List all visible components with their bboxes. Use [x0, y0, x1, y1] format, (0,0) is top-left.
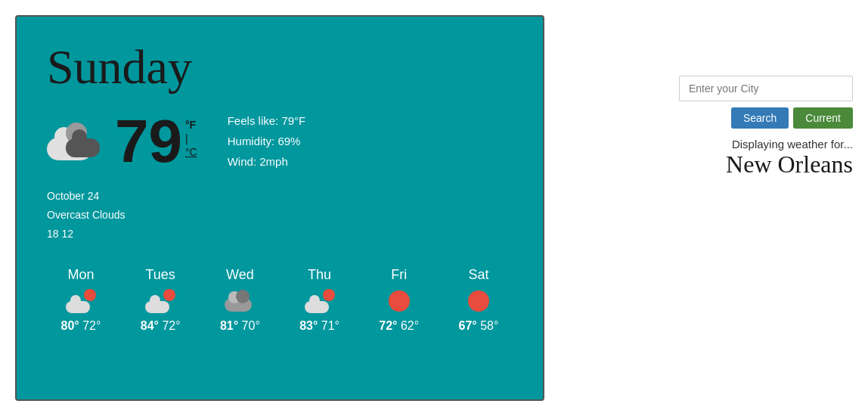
forecast-low-mon: 72° — [82, 319, 101, 332]
main-weather-section: 79 °F | °C Feels like: 79°F Humidity: 69… — [47, 110, 513, 172]
weather-card: Sunday 79 °F | °C Feels like: 79°F Humid… — [15, 15, 544, 401]
forecast-low-tues: 72° — [162, 319, 180, 332]
forecast-high-thu: 83° — [299, 319, 318, 332]
forecast-icon-mon — [66, 289, 96, 313]
forecast-icon-sat — [463, 289, 494, 313]
forecast-icon-fri — [384, 289, 414, 313]
city-input[interactable] — [679, 76, 853, 101]
forecast-temps-fri: 72° 62° — [379, 319, 419, 333]
unit-celsius[interactable]: °C — [185, 146, 197, 158]
button-row: Search Current — [679, 107, 853, 129]
forecast-mon: Mon 80° 72° — [47, 267, 115, 333]
forecast-low-fri: 62° — [401, 319, 419, 332]
humidity: Humidity: 69% — [228, 131, 306, 151]
forecast-thu: Thu 83° 71° — [286, 267, 354, 333]
forecast-sat: Sat 67° 58° — [445, 267, 513, 333]
forecast-temps-mon: 80° 72° — [61, 319, 101, 333]
forecast-high-wed: 81° — [220, 319, 238, 332]
weather-details: Feels like: 79°F Humidity: 69% Wind: 2mp… — [228, 110, 306, 172]
forecast-low-thu: 71° — [321, 319, 339, 332]
current-button[interactable]: Current — [793, 107, 853, 129]
forecast-row: Mon 80° 72° Tues 84° 72° Wed — [47, 267, 513, 333]
forecast-icon-tues — [145, 289, 175, 313]
forecast-temps-wed: 81° 70° — [220, 319, 260, 333]
forecast-day-label-tues: Tues — [146, 267, 175, 283]
right-panel: Search Current Displaying weather for...… — [560, 15, 853, 179]
forecast-wed: Wed 81° 70° — [206, 267, 274, 333]
wind: Wind: 2mph — [228, 151, 306, 172]
forecast-temps-thu: 83° 71° — [299, 319, 339, 333]
forecast-high-sat: 67° — [459, 319, 477, 332]
displaying-text: Displaying weather for... — [732, 138, 853, 151]
forecast-high-mon: 80° — [61, 319, 79, 332]
forecast-low-sat: 58° — [480, 319, 498, 332]
forecast-low-wed: 70° — [242, 319, 260, 332]
unit-fahrenheit[interactable]: °F — [185, 119, 197, 131]
search-button[interactable]: Search — [731, 107, 789, 129]
feels-like: Feels like: 79°F — [228, 110, 306, 131]
forecast-fri: Fri 72° 62° — [365, 267, 433, 333]
city-name: New Orleans — [726, 151, 853, 179]
forecast-icon-thu — [305, 289, 335, 313]
forecast-tues: Tues 84° 72° — [126, 267, 194, 333]
day-title: Sunday — [47, 39, 513, 95]
weather-meta: October 24 Overcast Clouds 18 12 — [47, 187, 513, 244]
weather-date: October 24 — [47, 187, 513, 206]
forecast-high-fri: 72° — [379, 319, 397, 332]
forecast-icon-wed — [225, 289, 255, 313]
forecast-day-label-sat: Sat — [468, 267, 488, 283]
temperature-value: 79 — [115, 111, 182, 172]
forecast-day-label-thu: Thu — [308, 267, 331, 283]
forecast-temps-tues: 84° 72° — [141, 319, 181, 333]
temperature-display: 79 °F | °C — [115, 111, 197, 172]
forecast-day-label-mon: Mon — [67, 267, 94, 283]
unit-divider: | — [185, 132, 197, 144]
weather-condition: Overcast Clouds — [47, 206, 513, 225]
forecast-temps-sat: 67° 58° — [459, 319, 499, 333]
weather-icon — [47, 123, 100, 160]
forecast-day-label-fri: Fri — [391, 267, 407, 283]
forecast-high-tues: 84° — [141, 319, 159, 332]
forecast-day-label-wed: Wed — [226, 267, 254, 283]
weather-extra: 18 12 — [47, 225, 513, 244]
temperature-units: °F | °C — [185, 119, 197, 158]
